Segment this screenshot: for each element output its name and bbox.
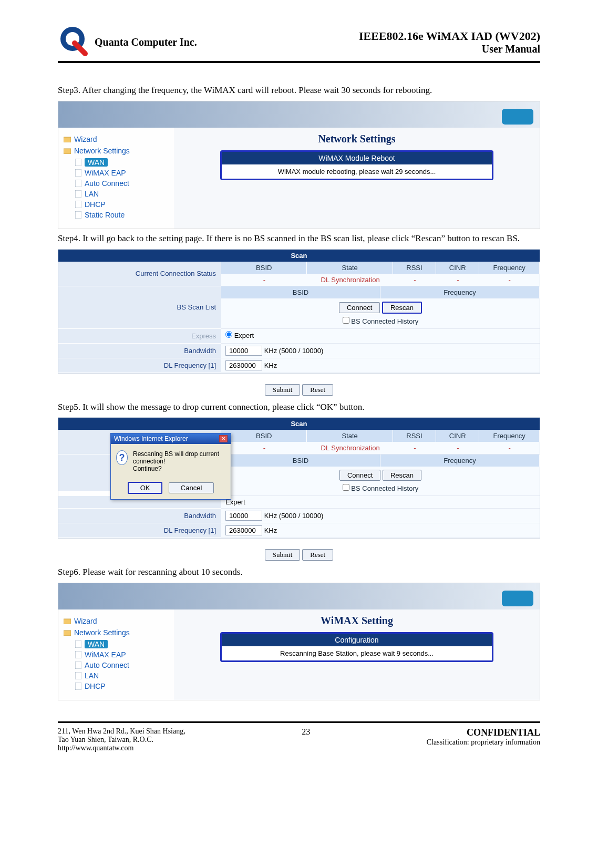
nav-lan-2[interactable]: LAN [75, 671, 169, 680]
reboot-panel-body: WiMAX module rebooting, please wait 29 s… [222, 164, 492, 179]
nav-dhcp[interactable]: DHCP [75, 200, 169, 209]
confirm-dialog: Windows Internet Explorer ✕ ? Rescaning … [110, 433, 231, 500]
expert-radio[interactable] [225, 331, 232, 338]
footer-confidential: CONFIDENTIAL [427, 727, 540, 738]
nav-network-settings[interactable]: Network Settings [64, 147, 169, 155]
bs-history-label-2: BS Connected History [351, 484, 418, 492]
dialog-msg1: Rescaning BS will drop current connectio… [133, 450, 225, 465]
bandwidth-input[interactable]: 10000 [225, 346, 262, 356]
screenshot-reboot: Wizard Network Settings WAN WiMAX EAP Au… [58, 101, 540, 229]
dialog-close-icon[interactable]: ✕ [219, 435, 228, 442]
dialog-title: Windows Internet Explorer [114, 435, 188, 442]
cell-bsid: - [221, 274, 307, 286]
submit-button-2[interactable]: Submit [265, 549, 301, 561]
footer-addr1: 211, Wen Hwa 2nd Rd., Kuei Shan Hsiang, [58, 727, 185, 736]
reset-button-2[interactable]: Reset [302, 549, 333, 561]
label-express: Express [58, 329, 221, 344]
nav-wan-2[interactable]: WAN [75, 640, 169, 648]
folder-open-icon [64, 148, 71, 154]
th-cinr: CINR [436, 262, 479, 274]
nav-wan[interactable]: WAN [75, 158, 169, 167]
folder-icon [64, 618, 71, 624]
connect-button[interactable]: Connect [339, 302, 380, 313]
dlfreq-input[interactable]: 2630000 [225, 360, 262, 370]
folder-open-icon [64, 629, 71, 636]
label-dlfreq: DL Frequency [1] [58, 358, 221, 373]
page-icon [75, 640, 81, 648]
nav-wizard-2[interactable]: Wizard [64, 617, 169, 625]
svg-rect-5 [75, 180, 81, 187]
svg-rect-13 [75, 662, 81, 669]
cell-freq: - [479, 274, 540, 286]
nav-wizard[interactable]: Wizard [64, 135, 169, 143]
nav-dhcp-2[interactable]: DHCP [75, 682, 169, 690]
page-icon [75, 180, 81, 187]
dialog-ok-button[interactable]: OK [128, 482, 163, 494]
page-icon [75, 211, 81, 219]
screenshot-rescan: Wizard Network Settings WAN WiMAX EAP Au… [58, 583, 540, 700]
label-dlfreq-2: DL Frequency [1] [58, 523, 221, 538]
page-icon [75, 651, 81, 658]
nav-auto-connect-2[interactable]: Auto Connect [75, 661, 169, 669]
cell-state: DL Synchronization [307, 274, 394, 286]
bandwidth-input-2[interactable]: 10000 [225, 511, 262, 521]
th-freq2: Frequency [380, 286, 540, 298]
page-icon [75, 683, 81, 690]
page-icon [75, 169, 81, 177]
label-bandwidth: Bandwidth [58, 344, 221, 358]
label-bslist: BS Scan List [58, 286, 221, 329]
svg-rect-9 [64, 619, 71, 624]
section-title-wimax: WiMAX Setting [184, 615, 529, 627]
quanta-logo-icon [58, 26, 89, 58]
th-bsid: BSID [221, 262, 307, 274]
cell-cinr-2: - [436, 442, 479, 454]
svg-rect-6 [75, 190, 81, 198]
svg-rect-1 [64, 137, 71, 142]
bs-history-checkbox-2[interactable] [343, 484, 349, 491]
svg-rect-10 [64, 631, 71, 636]
nav-auto-connect[interactable]: Auto Connect [75, 179, 169, 188]
rescan-button-2[interactable]: Rescan [383, 470, 421, 481]
nav-tree: Wizard Network Settings WAN WiMAX EAP Au… [58, 128, 174, 229]
cell-rssi-2: - [394, 442, 437, 454]
dialog-msg2: Continue? [133, 465, 225, 472]
step5-text: Step5. It will show the message to drop … [58, 401, 540, 414]
svg-rect-8 [75, 211, 81, 219]
label-ccs: Current Connection Status [58, 262, 221, 286]
page-icon [75, 201, 81, 208]
cell-freq-2: - [479, 442, 540, 454]
nav-wimax-eap-2[interactable]: WiMAX EAP [75, 650, 169, 659]
th-bsid-3: BSID [221, 454, 380, 467]
th-state-2: State [307, 430, 393, 442]
page-icon [75, 190, 81, 198]
page-icon [75, 662, 81, 669]
th-freq-2: Frequency [479, 430, 540, 442]
nav-network-settings-2[interactable]: Network Settings [64, 628, 169, 637]
folder-icon [64, 136, 71, 142]
bs-history-checkbox[interactable] [343, 317, 349, 324]
svg-rect-7 [75, 201, 81, 208]
dlfreq-unit-2: KHz [264, 526, 277, 534]
th-rssi: RSSI [393, 262, 436, 274]
reboot-panel: WiMAX Module Reboot WiMAX module rebooti… [220, 150, 493, 180]
submit-button[interactable]: Submit [265, 384, 301, 396]
cell-state-2: DL Synchronization [307, 442, 394, 454]
th-freq-3: Frequency [380, 454, 540, 467]
connect-button-2[interactable]: Connect [339, 470, 380, 481]
svg-rect-15 [75, 683, 81, 690]
svg-rect-12 [75, 651, 81, 658]
reset-button[interactable]: Reset [302, 384, 333, 396]
dialog-cancel-button[interactable]: Cancel [169, 482, 214, 493]
reboot-panel-head: WiMAX Module Reboot [222, 152, 492, 164]
svg-rect-2 [64, 149, 71, 154]
header-company: Quanta Computer Inc. [95, 36, 197, 48]
nav-lan[interactable]: LAN [75, 190, 169, 198]
banner-graphic-2 [58, 583, 540, 609]
nav-wimax-eap[interactable]: WiMAX EAP [75, 169, 169, 177]
rescan-panel-body: Rescanning Base Station, please wait 9 s… [222, 646, 492, 660]
scan-title: Scan [58, 250, 540, 262]
th-rssi-2: RSSI [393, 430, 436, 442]
dlfreq-input-2[interactable]: 2630000 [225, 525, 262, 535]
nav-static-route[interactable]: Static Route [75, 211, 169, 219]
rescan-button[interactable]: Rescan [382, 302, 422, 314]
